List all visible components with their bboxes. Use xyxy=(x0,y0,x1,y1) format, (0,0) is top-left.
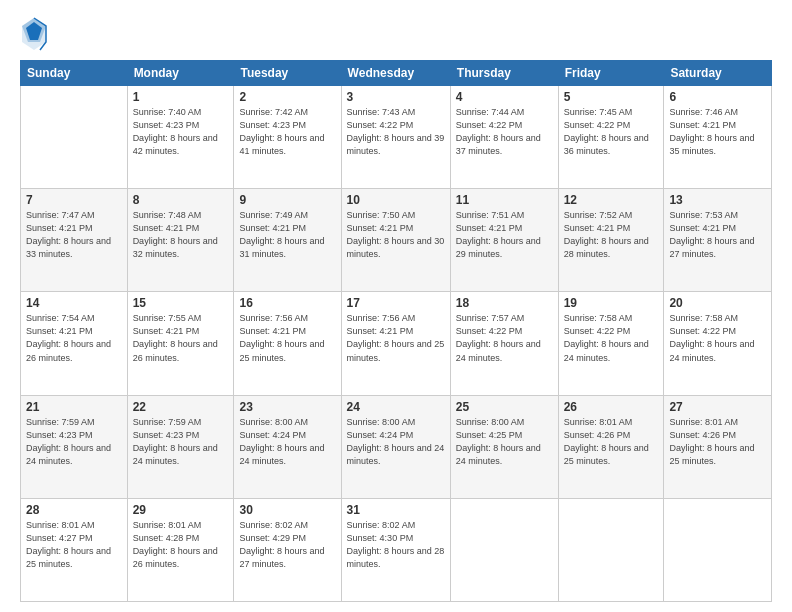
calendar-cell: 10Sunrise: 7:50 AMSunset: 4:21 PMDayligh… xyxy=(341,189,450,292)
calendar-cell: 31Sunrise: 8:02 AMSunset: 4:30 PMDayligh… xyxy=(341,498,450,601)
cell-day-number: 22 xyxy=(133,400,229,414)
cell-sun-info: Sunrise: 7:46 AMSunset: 4:21 PMDaylight:… xyxy=(669,106,766,158)
cell-sun-info: Sunrise: 7:59 AMSunset: 4:23 PMDaylight:… xyxy=(26,416,122,468)
cell-sun-info: Sunrise: 7:56 AMSunset: 4:21 PMDaylight:… xyxy=(239,312,335,364)
cell-sun-info: Sunrise: 7:50 AMSunset: 4:21 PMDaylight:… xyxy=(347,209,445,261)
calendar-cell: 15Sunrise: 7:55 AMSunset: 4:21 PMDayligh… xyxy=(127,292,234,395)
cell-day-number: 14 xyxy=(26,296,122,310)
calendar-cell: 22Sunrise: 7:59 AMSunset: 4:23 PMDayligh… xyxy=(127,395,234,498)
cell-sun-info: Sunrise: 7:47 AMSunset: 4:21 PMDaylight:… xyxy=(26,209,122,261)
cell-sun-info: Sunrise: 7:55 AMSunset: 4:21 PMDaylight:… xyxy=(133,312,229,364)
cell-sun-info: Sunrise: 7:53 AMSunset: 4:21 PMDaylight:… xyxy=(669,209,766,261)
cell-day-number: 15 xyxy=(133,296,229,310)
cell-sun-info: Sunrise: 8:01 AMSunset: 4:26 PMDaylight:… xyxy=(669,416,766,468)
calendar-cell xyxy=(558,498,664,601)
cell-day-number: 26 xyxy=(564,400,659,414)
cell-day-number: 2 xyxy=(239,90,335,104)
cell-sun-info: Sunrise: 7:51 AMSunset: 4:21 PMDaylight:… xyxy=(456,209,553,261)
calendar-cell: 24Sunrise: 8:00 AMSunset: 4:24 PMDayligh… xyxy=(341,395,450,498)
cell-sun-info: Sunrise: 7:42 AMSunset: 4:23 PMDaylight:… xyxy=(239,106,335,158)
cell-day-number: 5 xyxy=(564,90,659,104)
cell-day-number: 21 xyxy=(26,400,122,414)
calendar-cell: 6Sunrise: 7:46 AMSunset: 4:21 PMDaylight… xyxy=(664,86,772,189)
cell-sun-info: Sunrise: 7:43 AMSunset: 4:22 PMDaylight:… xyxy=(347,106,445,158)
cell-sun-info: Sunrise: 7:40 AMSunset: 4:23 PMDaylight:… xyxy=(133,106,229,158)
calendar-cell: 30Sunrise: 8:02 AMSunset: 4:29 PMDayligh… xyxy=(234,498,341,601)
weekday-header-friday: Friday xyxy=(558,61,664,86)
cell-sun-info: Sunrise: 7:54 AMSunset: 4:21 PMDaylight:… xyxy=(26,312,122,364)
cell-sun-info: Sunrise: 8:01 AMSunset: 4:28 PMDaylight:… xyxy=(133,519,229,571)
cell-day-number: 3 xyxy=(347,90,445,104)
cell-day-number: 8 xyxy=(133,193,229,207)
calendar-cell: 1Sunrise: 7:40 AMSunset: 4:23 PMDaylight… xyxy=(127,86,234,189)
cell-sun-info: Sunrise: 7:44 AMSunset: 4:22 PMDaylight:… xyxy=(456,106,553,158)
calendar-cell: 7Sunrise: 7:47 AMSunset: 4:21 PMDaylight… xyxy=(21,189,128,292)
weekday-header-thursday: Thursday xyxy=(450,61,558,86)
cell-day-number: 18 xyxy=(456,296,553,310)
cell-sun-info: Sunrise: 8:02 AMSunset: 4:30 PMDaylight:… xyxy=(347,519,445,571)
cell-sun-info: Sunrise: 8:01 AMSunset: 4:26 PMDaylight:… xyxy=(564,416,659,468)
calendar-week-row: 28Sunrise: 8:01 AMSunset: 4:27 PMDayligh… xyxy=(21,498,772,601)
cell-sun-info: Sunrise: 7:58 AMSunset: 4:22 PMDaylight:… xyxy=(669,312,766,364)
header xyxy=(20,16,772,52)
calendar-cell: 25Sunrise: 8:00 AMSunset: 4:25 PMDayligh… xyxy=(450,395,558,498)
cell-day-number: 24 xyxy=(347,400,445,414)
calendar-cell: 4Sunrise: 7:44 AMSunset: 4:22 PMDaylight… xyxy=(450,86,558,189)
calendar-cell: 2Sunrise: 7:42 AMSunset: 4:23 PMDaylight… xyxy=(234,86,341,189)
weekday-header-tuesday: Tuesday xyxy=(234,61,341,86)
calendar-week-row: 14Sunrise: 7:54 AMSunset: 4:21 PMDayligh… xyxy=(21,292,772,395)
weekday-header-row: SundayMondayTuesdayWednesdayThursdayFrid… xyxy=(21,61,772,86)
weekday-header-wednesday: Wednesday xyxy=(341,61,450,86)
calendar-cell: 18Sunrise: 7:57 AMSunset: 4:22 PMDayligh… xyxy=(450,292,558,395)
cell-sun-info: Sunrise: 7:45 AMSunset: 4:22 PMDaylight:… xyxy=(564,106,659,158)
calendar-cell: 19Sunrise: 7:58 AMSunset: 4:22 PMDayligh… xyxy=(558,292,664,395)
cell-day-number: 25 xyxy=(456,400,553,414)
cell-sun-info: Sunrise: 8:00 AMSunset: 4:24 PMDaylight:… xyxy=(347,416,445,468)
cell-day-number: 30 xyxy=(239,503,335,517)
cell-day-number: 17 xyxy=(347,296,445,310)
cell-sun-info: Sunrise: 7:52 AMSunset: 4:21 PMDaylight:… xyxy=(564,209,659,261)
cell-sun-info: Sunrise: 7:48 AMSunset: 4:21 PMDaylight:… xyxy=(133,209,229,261)
cell-sun-info: Sunrise: 7:58 AMSunset: 4:22 PMDaylight:… xyxy=(564,312,659,364)
page: SundayMondayTuesdayWednesdayThursdayFrid… xyxy=(0,0,792,612)
cell-day-number: 10 xyxy=(347,193,445,207)
calendar-cell: 8Sunrise: 7:48 AMSunset: 4:21 PMDaylight… xyxy=(127,189,234,292)
cell-sun-info: Sunrise: 8:01 AMSunset: 4:27 PMDaylight:… xyxy=(26,519,122,571)
calendar-cell: 16Sunrise: 7:56 AMSunset: 4:21 PMDayligh… xyxy=(234,292,341,395)
calendar-cell: 14Sunrise: 7:54 AMSunset: 4:21 PMDayligh… xyxy=(21,292,128,395)
calendar-cell: 3Sunrise: 7:43 AMSunset: 4:22 PMDaylight… xyxy=(341,86,450,189)
calendar-cell: 12Sunrise: 7:52 AMSunset: 4:21 PMDayligh… xyxy=(558,189,664,292)
calendar-cell: 20Sunrise: 7:58 AMSunset: 4:22 PMDayligh… xyxy=(664,292,772,395)
cell-day-number: 11 xyxy=(456,193,553,207)
calendar-cell: 17Sunrise: 7:56 AMSunset: 4:21 PMDayligh… xyxy=(341,292,450,395)
calendar-cell: 9Sunrise: 7:49 AMSunset: 4:21 PMDaylight… xyxy=(234,189,341,292)
cell-sun-info: Sunrise: 7:59 AMSunset: 4:23 PMDaylight:… xyxy=(133,416,229,468)
cell-sun-info: Sunrise: 8:02 AMSunset: 4:29 PMDaylight:… xyxy=(239,519,335,571)
calendar-week-row: 7Sunrise: 7:47 AMSunset: 4:21 PMDaylight… xyxy=(21,189,772,292)
calendar-cell: 13Sunrise: 7:53 AMSunset: 4:21 PMDayligh… xyxy=(664,189,772,292)
cell-day-number: 29 xyxy=(133,503,229,517)
cell-day-number: 7 xyxy=(26,193,122,207)
calendar-cell: 23Sunrise: 8:00 AMSunset: 4:24 PMDayligh… xyxy=(234,395,341,498)
cell-day-number: 19 xyxy=(564,296,659,310)
logo xyxy=(20,16,48,52)
cell-day-number: 1 xyxy=(133,90,229,104)
calendar-cell xyxy=(664,498,772,601)
cell-day-number: 9 xyxy=(239,193,335,207)
cell-day-number: 13 xyxy=(669,193,766,207)
cell-day-number: 12 xyxy=(564,193,659,207)
calendar-cell: 26Sunrise: 8:01 AMSunset: 4:26 PMDayligh… xyxy=(558,395,664,498)
calendar-cell: 5Sunrise: 7:45 AMSunset: 4:22 PMDaylight… xyxy=(558,86,664,189)
cell-day-number: 20 xyxy=(669,296,766,310)
cell-sun-info: Sunrise: 7:56 AMSunset: 4:21 PMDaylight:… xyxy=(347,312,445,364)
cell-day-number: 4 xyxy=(456,90,553,104)
calendar-cell xyxy=(21,86,128,189)
cell-sun-info: Sunrise: 8:00 AMSunset: 4:24 PMDaylight:… xyxy=(239,416,335,468)
cell-sun-info: Sunrise: 7:57 AMSunset: 4:22 PMDaylight:… xyxy=(456,312,553,364)
cell-day-number: 31 xyxy=(347,503,445,517)
calendar-cell: 11Sunrise: 7:51 AMSunset: 4:21 PMDayligh… xyxy=(450,189,558,292)
cell-day-number: 28 xyxy=(26,503,122,517)
cell-day-number: 27 xyxy=(669,400,766,414)
weekday-header-saturday: Saturday xyxy=(664,61,772,86)
cell-sun-info: Sunrise: 7:49 AMSunset: 4:21 PMDaylight:… xyxy=(239,209,335,261)
